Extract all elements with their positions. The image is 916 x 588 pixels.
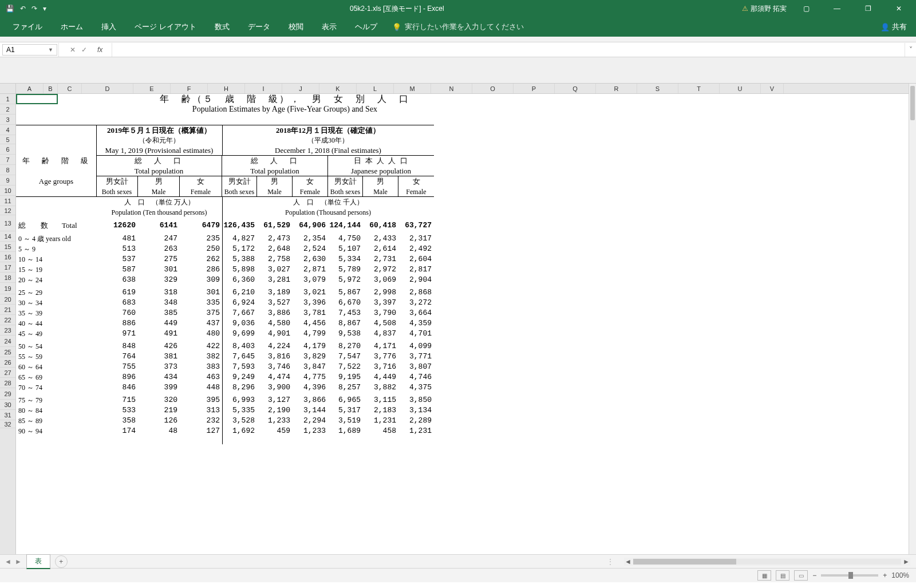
ribbon-tab-2[interactable]: 挿入	[92, 17, 125, 37]
ribbon-tab-6[interactable]: 校閲	[279, 17, 313, 37]
row-header-17[interactable]: 17	[0, 262, 15, 273]
zoom-slider-knob[interactable]	[848, 572, 853, 579]
sheet-next-icon[interactable]: ►	[15, 558, 22, 566]
qat-more-icon[interactable]: ▾	[43, 5, 46, 13]
maximize-button[interactable]: ❐	[856, 5, 879, 13]
ribbon-tab-7[interactable]: 表示	[313, 17, 346, 37]
column-header-B[interactable]: B	[44, 84, 58, 93]
row-header-21[interactable]: 21	[0, 305, 15, 315]
column-header-Q[interactable]: Q	[555, 84, 596, 93]
view-page-layout-button[interactable]: ▤	[776, 570, 789, 581]
ribbon-tab-1[interactable]: ホーム	[52, 17, 92, 37]
column-header-F[interactable]: F	[171, 84, 208, 93]
ribbon-tab-3[interactable]: ページ レイアウト	[125, 17, 206, 37]
row-header-29[interactable]: 29	[0, 388, 15, 400]
horizontal-scrollbar[interactable]: ◄ ►	[624, 558, 910, 566]
zoom-out-button[interactable]: −	[812, 571, 816, 579]
row-header-19[interactable]: 19	[0, 283, 15, 294]
column-header-M[interactable]: M	[394, 84, 431, 93]
account-warning[interactable]: ⚠那須野 拓実	[742, 4, 787, 14]
row-header-31[interactable]: 31	[0, 410, 15, 420]
close-button[interactable]: ✕	[887, 5, 910, 13]
ribbon-tab-0[interactable]: ファイル	[3, 17, 52, 37]
row-header-28[interactable]: 28	[0, 378, 15, 388]
column-header-P[interactable]: P	[514, 84, 555, 93]
ribbon-tab-5[interactable]: データ	[239, 17, 279, 37]
zoom-level[interactable]: 100%	[891, 571, 909, 579]
zoom-slider[interactable]	[821, 574, 878, 577]
enter-formula-icon[interactable]: ✓	[81, 46, 87, 54]
row-header-32[interactable]: 32	[0, 420, 15, 428]
row-header-9[interactable]: 9	[0, 175, 15, 186]
row-header-27[interactable]: 27	[0, 368, 15, 378]
column-header-A[interactable]: A	[16, 84, 44, 93]
cells-area[interactable]: 年 齢（５ 歳 階 級）， 男 女 別 人 口 Population Estim…	[16, 94, 909, 554]
column-header-I[interactable]: I	[245, 84, 282, 93]
view-page-break-button[interactable]: ▭	[794, 570, 808, 581]
row-header-13[interactable]: 13	[0, 215, 15, 231]
expand-formula-bar-icon[interactable]: ˅	[905, 43, 916, 57]
row-header-7[interactable]: 7	[0, 155, 15, 165]
formula-input[interactable]	[112, 43, 905, 57]
row-header-4[interactable]: 4	[0, 125, 15, 135]
redo-icon[interactable]: ↷	[31, 5, 37, 13]
ribbon-tab-4[interactable]: 数式	[206, 17, 239, 37]
hscroll-left-icon[interactable]: ◄	[624, 558, 632, 566]
row-header-2[interactable]: 2	[0, 104, 15, 115]
column-header-H[interactable]: H	[208, 84, 245, 93]
column-header-K[interactable]: K	[319, 84, 357, 93]
add-sheet-button[interactable]: +	[55, 555, 68, 568]
column-header-D[interactable]: D	[82, 84, 133, 93]
sheet-nav[interactable]: ◄►	[0, 558, 26, 566]
tell-me-search[interactable]: 💡 実行したい作業を入力してください	[386, 22, 524, 32]
zoom-in-button[interactable]: +	[883, 571, 887, 579]
column-header-N[interactable]: N	[431, 84, 472, 93]
row-header-10[interactable]: 10	[0, 186, 15, 196]
row-header-20[interactable]: 20	[0, 294, 15, 305]
sheet-tab-active[interactable]: 表	[26, 554, 50, 569]
column-header-L[interactable]: L	[357, 84, 394, 93]
hscroll-thumb[interactable]	[633, 559, 736, 565]
minimize-button[interactable]: —	[826, 5, 848, 13]
row-header-18[interactable]: 18	[0, 273, 15, 283]
row-header-24[interactable]: 24	[0, 336, 15, 347]
column-header-T[interactable]: T	[678, 84, 720, 93]
save-icon[interactable]: 💾	[6, 5, 14, 13]
row-header-22[interactable]: 22	[0, 315, 15, 325]
undo-icon[interactable]: ↶	[20, 5, 26, 13]
select-all-corner[interactable]	[0, 84, 16, 94]
row-header-25[interactable]: 25	[0, 347, 15, 357]
row-header-15[interactable]: 15	[0, 242, 15, 252]
row-header-12[interactable]: 12	[0, 206, 15, 215]
ribbon-tab-8[interactable]: ヘルプ	[346, 17, 386, 37]
fx-icon[interactable]: fx	[93, 46, 107, 54]
sheet-prev-icon[interactable]: ◄	[5, 558, 11, 566]
row-header-14[interactable]: 14	[0, 231, 15, 242]
row-header-11[interactable]: 11	[0, 196, 15, 206]
share-button[interactable]: 👤 共有	[881, 22, 916, 32]
column-header-V[interactable]: V	[761, 84, 784, 93]
column-header-E[interactable]: E	[133, 84, 171, 93]
view-normal-button[interactable]: ▦	[757, 570, 771, 581]
row-header-8[interactable]: 8	[0, 165, 15, 175]
vertical-scrollbar[interactable]	[909, 84, 916, 554]
column-header-J[interactable]: J	[282, 84, 319, 93]
ribbon-options-icon[interactable]: ▢	[795, 5, 818, 13]
name-box[interactable]: A1 ▼	[2, 44, 57, 56]
column-header-O[interactable]: O	[472, 84, 514, 93]
row-header-6[interactable]: 6	[0, 144, 15, 155]
column-header-C[interactable]: C	[58, 84, 82, 93]
row-header-3[interactable]: 3	[0, 115, 15, 125]
row-header-26[interactable]: 26	[0, 357, 15, 368]
column-header-S[interactable]: S	[637, 84, 678, 93]
hscroll-right-icon[interactable]: ►	[902, 558, 910, 566]
column-header-R[interactable]: R	[596, 84, 637, 93]
cancel-formula-icon[interactable]: ✕	[70, 46, 76, 54]
column-header-U[interactable]: U	[720, 84, 761, 93]
row-header-16[interactable]: 16	[0, 252, 15, 262]
row-header-23[interactable]: 23	[0, 325, 15, 336]
row-header-5[interactable]: 5	[0, 135, 15, 144]
row-header-30[interactable]: 30	[0, 400, 15, 410]
vertical-scroll-thumb[interactable]	[910, 86, 915, 120]
row-header-1[interactable]: 1	[0, 94, 15, 104]
